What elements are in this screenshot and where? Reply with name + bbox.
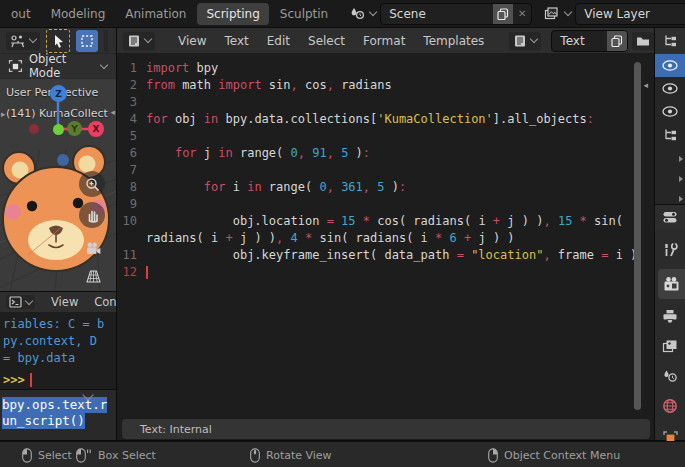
sidebar-expand-icon[interactable]: ◂	[110, 107, 115, 117]
info-log-line[interactable]: un_script()	[2, 413, 85, 429]
properties-editor-type-button[interactable]	[655, 205, 685, 229]
unlink-scene-button[interactable]: ✕	[513, 4, 531, 24]
tab-view-layer-properties[interactable]	[655, 333, 685, 359]
status-bar: Select Box Select Rotate View Object Con…	[0, 441, 685, 467]
console-line: = bpy.data	[0, 350, 116, 367]
cursor-tool-icon	[52, 34, 65, 48]
workspace-tab-sculpting[interactable]: Sculptin	[271, 3, 337, 25]
console-line: riables: C = b	[0, 316, 116, 333]
viewport-canvas[interactable]: User Perspective (141) KumaCollect Z Y X	[0, 79, 116, 291]
view-layer-name-field[interactable]: View Layer ✕	[575, 3, 685, 25]
tab-world-properties[interactable]	[655, 393, 685, 419]
camera-view-control[interactable]	[80, 235, 106, 261]
toolbar-expand-icon[interactable]: ▸	[1, 109, 6, 119]
code-row[interactable]: 3	[117, 93, 654, 110]
text-editor-icon	[127, 34, 141, 48]
status-box-select: Box Select	[76, 442, 156, 467]
console-prompt[interactable]: >>>	[0, 373, 116, 387]
nav-gizmo-axis-dot[interactable]	[57, 154, 69, 166]
text-name: Text	[552, 34, 607, 48]
code-row[interactable]: 8 for i in range( 0, 361, 5 ):	[117, 178, 654, 195]
camera-view-icon	[85, 241, 101, 256]
menu-edit[interactable]: Edit	[258, 34, 299, 48]
outliner-editor-type-button[interactable]	[655, 28, 685, 54]
visibility-toggle[interactable]	[655, 100, 685, 123]
view-layer-icon[interactable]	[544, 6, 571, 22]
workspace-tab-scripting[interactable]: Scripting	[197, 3, 268, 25]
collapsed-row-arrow-icon[interactable]	[679, 156, 683, 162]
code-row[interactable]: radians( i + j ) ), 4 * sin( radians( i …	[117, 229, 654, 246]
status-label: Rotate View	[266, 449, 332, 462]
tab-render-properties[interactable]	[658, 269, 685, 299]
menu-text[interactable]: Text	[215, 34, 257, 48]
view-layer-selector: View Layer ✕	[544, 3, 685, 25]
text-cursor	[146, 266, 148, 279]
text-editor-type-button[interactable]	[123, 32, 155, 50]
text-scrollbar[interactable]	[634, 62, 641, 410]
viewport-editor-type-button[interactable]	[6, 32, 40, 50]
toggle-ortho-control[interactable]	[80, 263, 106, 289]
viewport-3d[interactable]: Object Mode	[0, 28, 116, 291]
outliner-icon	[662, 34, 678, 48]
code-row[interactable]: 9	[117, 195, 654, 212]
tab-scene-properties[interactable]	[655, 363, 685, 389]
python-console[interactable]: View Con riables: C = b py.context, D = …	[0, 292, 116, 389]
gizmo-x-handle[interactable]: X	[88, 121, 104, 137]
code-row[interactable]: 1import bpy	[117, 59, 654, 76]
collapsed-row-arrow-icon[interactable]	[679, 196, 683, 202]
console-menu-console[interactable]: Con	[86, 295, 116, 309]
tab-output-properties[interactable]	[655, 303, 685, 329]
new-scene-button[interactable]	[493, 4, 513, 24]
code-row[interactable]: 2from math import sin, cos, radians	[117, 76, 654, 93]
new-text-button[interactable]	[607, 31, 627, 51]
console-menu-view[interactable]: View	[43, 295, 86, 309]
workspace-tab-animation[interactable]: Animation	[116, 3, 195, 25]
menu-select[interactable]: Select	[299, 34, 354, 48]
scene-name: Scene	[381, 7, 493, 21]
box-select-icon	[80, 34, 94, 48]
console-editor-type-button[interactable]	[6, 295, 35, 309]
clipped-tool-button[interactable]	[104, 30, 108, 52]
scene-icon[interactable]	[349, 6, 376, 22]
outliner-filter-button[interactable]	[655, 123, 685, 146]
gizmo-z-handle[interactable]: Z	[50, 85, 67, 102]
menu-templates[interactable]: Templates	[414, 34, 493, 48]
scene-name-field[interactable]: Scene ✕	[380, 3, 532, 25]
code-row[interactable]: 12	[117, 263, 654, 280]
text-editor[interactable]: View Text Edit Select Format Templates T…	[117, 28, 654, 440]
gizmo-y-handle[interactable]: Y	[67, 121, 82, 136]
box-select-mode-button[interactable]	[76, 30, 98, 52]
menu-view[interactable]: View	[169, 34, 215, 48]
text-datablock-menu-button[interactable]	[509, 32, 541, 50]
menu-format[interactable]: Format	[354, 34, 414, 48]
mode-dropdown[interactable]: Object Mode	[8, 52, 116, 80]
visibility-toggle[interactable]	[655, 77, 685, 100]
workspace-tab-modeling[interactable]: Modeling	[42, 3, 115, 25]
info-editor[interactable]: bpy.ops.text.r un_script()	[0, 390, 116, 440]
tab-tool-properties[interactable]	[655, 237, 685, 263]
pan-control[interactable]	[79, 202, 105, 228]
output-icon	[662, 309, 678, 324]
active-tool-select-button[interactable]	[46, 29, 70, 53]
code-row[interactable]: 11 obj.keyframe_insert( data_path = "loc…	[117, 246, 654, 263]
viewport-mode-row: Object Mode	[0, 54, 116, 79]
code-row[interactable]: 4for obj in bpy.data.collections['KumaCo…	[117, 110, 654, 127]
code-row[interactable]: 6 for j in range( 0, 91, 5 ):	[117, 144, 654, 161]
pan-hand-icon	[85, 208, 100, 223]
info-log-line[interactable]: bpy.ops.text.r	[2, 397, 107, 413]
open-text-button[interactable]	[632, 32, 654, 50]
zoom-control[interactable]	[79, 171, 105, 197]
code-row[interactable]: 7	[117, 161, 654, 178]
visibility-toggle-active[interactable]	[655, 54, 685, 77]
blender-window: out Modeling Animation Scripting Sculpti…	[0, 0, 685, 467]
workspace-tab-layout[interactable]: out	[2, 3, 40, 25]
text-name-field[interactable]: Text	[551, 30, 628, 52]
te-sidebar-expand-icon[interactable]: ◂	[643, 80, 648, 90]
code-editor[interactable]: 1import bpy2from math import sin, cos, r…	[117, 59, 654, 280]
gizmo-x-minus-dot[interactable]	[29, 124, 39, 134]
status-object-context-menu: Object Context Menu	[488, 442, 620, 467]
gizmo-y-plus-dot[interactable]	[53, 124, 64, 135]
code-row[interactable]: 5	[117, 127, 654, 144]
collapsed-row-arrow-icon[interactable]	[679, 176, 683, 182]
code-row[interactable]: 10 obj.location = 15 * cos( radians( i +…	[117, 212, 654, 229]
